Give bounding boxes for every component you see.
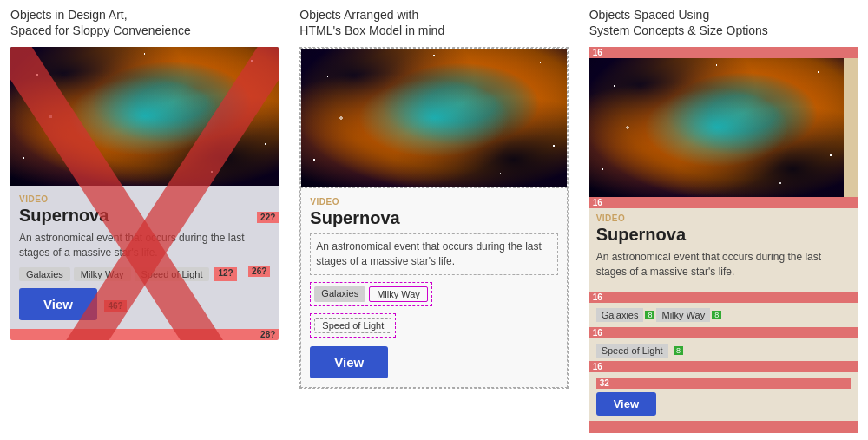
video-label-3: VIDEO (596, 213, 851, 223)
column-3: Objects Spaced Using System Concepts & S… (579, 0, 868, 440)
nebula-image-3 (589, 58, 844, 197)
spacer-inner: 16 (589, 197, 858, 208)
badge-22: 22? (257, 212, 279, 223)
tag-speed-3: Speed of Light (596, 344, 668, 358)
column-2: Objects Arranged with HTML's Box Model i… (289, 0, 578, 396)
tag-milkyway-3: Milky Way (656, 308, 710, 322)
tag-galaxies-1: Galaxies (19, 267, 70, 281)
badge-12: 12? (214, 267, 236, 281)
tag-galaxies-2: Galaxies (314, 286, 365, 302)
spacer-tags: 16 (589, 292, 858, 303)
spacer-speed: 16 (589, 327, 858, 338)
col1-title: Objects in Design Art, Spaced for Sloppy… (10, 7, 279, 38)
tag-milkyway-2: Milky Way (369, 286, 428, 302)
tag-badge-2: 8 (712, 311, 721, 319)
speed-section-3: Speed of Light 8 (589, 338, 858, 361)
tag-speed-2: Speed of Light (314, 318, 391, 333)
card-3: 16 16 VIDEO Supernova An astronomical ev… (589, 47, 858, 433)
spacer-top: 16 (589, 47, 858, 58)
img-wrapper-2 (300, 48, 567, 188)
badge-46: 46? (104, 300, 126, 312)
col3-title: Objects Spaced Using System Concepts & S… (589, 7, 858, 38)
tag-milkyway-1: Milky Way (74, 267, 131, 281)
description-3: An astronomical event that occurs during… (596, 250, 851, 279)
column-1: Objects in Design Art, Spaced for Sloppy… (0, 0, 289, 347)
card-2: VIDEO Supernova An astronomical event th… (299, 47, 568, 389)
tags-section-1: 26? Galaxies Milky Way Speed of Light 12… (19, 267, 270, 281)
speed-row-2: Speed of Light (310, 313, 557, 338)
card-title-3: Supernova (596, 225, 851, 245)
nebula-image-2 (301, 49, 566, 187)
btn-row-1: View 46? (19, 288, 270, 320)
speed-tag-wrapper: Speed of Light (310, 313, 396, 338)
view-button-2[interactable]: View (310, 346, 388, 378)
video-label-1: VIDEO (19, 194, 270, 204)
badge-26: 26? (248, 266, 270, 277)
description-2: An astronomical event that occurs during… (316, 240, 551, 269)
tags-section-3: Galaxies 8 Milky Way 8 (589, 303, 858, 327)
description-1: An astronomical event that occurs during… (19, 231, 270, 260)
btn-row-3: 32 View (589, 372, 858, 421)
tag-galaxies-3: Galaxies (596, 308, 644, 322)
spacer-btn-outer: 16 (589, 361, 858, 372)
video-label-2: VIDEO (310, 197, 557, 207)
description-box-2: An astronomical event that occurs during… (310, 233, 557, 275)
tag-speed-1: Speed of Light (135, 267, 210, 281)
badge-28: 28? (10, 329, 279, 340)
col2-title: Objects Arranged with HTML's Box Model i… (299, 7, 568, 38)
tags-row-1: Galaxies Milky Way Speed of Light 12? (19, 267, 270, 281)
view-button-3[interactable]: View (596, 392, 656, 416)
card-body-1: VIDEO Supernova An astronomical event th… (10, 186, 279, 329)
tags-row-3: Galaxies 8 Milky Way 8 (596, 308, 851, 322)
spacer-btn-label: 32 (596, 378, 851, 389)
card-body-3: VIDEO Supernova An astronomical event th… (589, 208, 858, 292)
card-1: 22? VIDEO Supernova An astronomical even… (10, 47, 279, 340)
tag-badge-1: 8 (645, 311, 654, 319)
card-title-2: Supernova (310, 208, 557, 228)
speed-badge: 8 (674, 346, 683, 355)
nebula-image-1 (10, 47, 279, 186)
card-title-1: Supernova (19, 206, 270, 226)
btn-inner-3: 32 View (589, 372, 858, 421)
tags-row-2: Galaxies Milky Way (310, 282, 432, 306)
card-body-2: VIDEO Supernova An astronomical event th… (300, 188, 567, 388)
view-button-1[interactable]: View (19, 288, 97, 320)
bottom-bar-3 (589, 421, 858, 433)
img-section-3 (589, 58, 858, 197)
